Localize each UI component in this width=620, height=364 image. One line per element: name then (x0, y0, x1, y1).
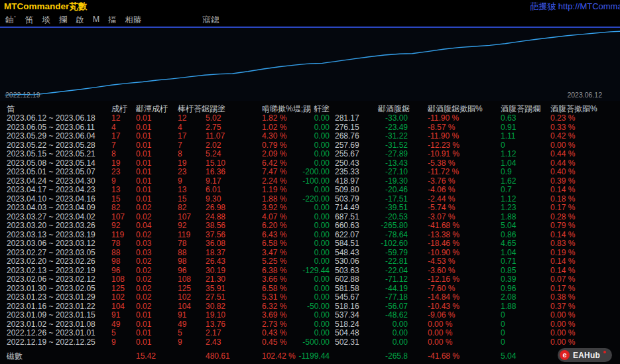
cell: -100.00 (298, 177, 330, 186)
cell: 9 (111, 338, 136, 347)
eahub-badge[interactable]: e EAHub (558, 348, 612, 362)
cell: 0.00 (298, 141, 330, 151)
cell: 276.15 (330, 123, 378, 133)
table-row: 2023.03.13 ~ 2023.03.191190.0211937.566.… (0, 231, 620, 240)
menu-item[interactable]: M (93, 15, 99, 26)
cell: -41.68 % (408, 221, 471, 231)
cell: 26.98 (206, 204, 262, 213)
cell: 2.75 (206, 123, 262, 133)
menu-item[interactable]: 鈾῾ (5, 15, 17, 26)
cell: 35.91 (206, 284, 262, 294)
cell: -12.23 % (408, 141, 471, 151)
cell: 3.66 % (262, 275, 298, 284)
column-header: 笛 (7, 103, 111, 114)
cell: 0.03 (136, 239, 178, 249)
cell: 30.19 (206, 267, 262, 276)
cell: 102 (178, 293, 206, 302)
cell: 6.42 % (262, 159, 298, 168)
cell: 30.82 (206, 302, 262, 312)
cell (111, 352, 136, 361)
cell: 91 (178, 311, 206, 320)
cell: 0.14 % (544, 257, 584, 267)
cell: 104 (111, 302, 136, 312)
equity-chart: 2022.12.19 2023.06.12 (0, 27, 620, 101)
table-row: 2023.04.03 ~ 2023.04.09820.028226.983.92… (0, 204, 620, 213)
cell: 26.43 (206, 257, 262, 267)
cell: -71.12 (378, 275, 408, 284)
cell: -23.49 (378, 123, 408, 133)
cell: 2023.05.15 ~ 2023.05.21 (7, 150, 111, 159)
cell: 0.02 (136, 231, 178, 240)
cell: 0.02 (136, 257, 178, 267)
cell: 503.63 (330, 267, 378, 276)
cell: 0.01 (136, 114, 178, 123)
cell: 0.00 (298, 275, 330, 284)
cell: 2023.04.10 ~ 2023.04.16 (7, 195, 111, 204)
menu-item[interactable]: 揊 (108, 15, 117, 26)
cell: 49 (111, 320, 136, 330)
cell: -22.81 (378, 257, 408, 267)
cell: 9 (111, 177, 136, 186)
cell: -44.19 (378, 284, 408, 294)
cell: -50.00 (298, 302, 330, 312)
menu-item[interactable]: 攔 (59, 15, 68, 26)
cell: 2023.03.20 ~ 2023.03.26 (7, 221, 111, 231)
cell: 0.00 (378, 329, 408, 338)
cell: -48.62 (378, 311, 408, 320)
cell: -27.89 (378, 150, 408, 159)
menu-item[interactable]: 啟 (76, 15, 84, 26)
cell: 0.44 % (544, 150, 584, 159)
cell: 518.24 (330, 320, 378, 330)
cell: 0.02 (136, 302, 178, 312)
table-row: 2023.01.16 ~ 2023.01.221040.0210430.826.… (0, 302, 620, 312)
cell: 0.38 % (544, 293, 584, 302)
table-row: 2023.02.13 ~ 2023.02.19960.029630.196.38… (0, 267, 620, 276)
cell: 2023.03.13 ~ 2023.03.19 (7, 231, 111, 240)
cell: 0.33 % (544, 123, 584, 133)
chart-start-date-label: 2022.12.19 (5, 91, 40, 99)
cell: 0.14 % (544, 231, 584, 240)
menu-item-right[interactable]: 寣鍃 (203, 15, 219, 26)
cell: 0.00 % (544, 329, 584, 338)
cell: 96 (111, 267, 136, 276)
cell: 1.04 (471, 249, 544, 258)
cell: 92 (178, 221, 206, 231)
cell: -31.22 (378, 132, 408, 141)
cell: 7.47 % (262, 168, 298, 177)
cell: 0.01 (136, 123, 178, 133)
cell: 2.43 (206, 338, 262, 347)
cell: 1.62 (471, 177, 544, 186)
cell: 11.07 (206, 132, 262, 141)
cell: -20.46 (378, 186, 408, 195)
cell: 2.17 (206, 329, 262, 338)
cell: -39.51 (378, 204, 408, 213)
cell: 2023.04.17 ~ 2023.04.23 (7, 186, 111, 195)
menu-item[interactable]: 相賰 (125, 15, 142, 26)
table-row: 2023.05.01 ~ 2023.05.07230.012316.367.47… (0, 168, 620, 177)
cell: -3.07 % (408, 213, 471, 222)
table-row: 2023.03.27 ~ 2023.04.021070.0210724.884.… (0, 213, 620, 222)
cell: 5 (111, 329, 136, 338)
eahub-reg-dot-icon (603, 351, 606, 353)
eahub-logo-icon: e (560, 350, 570, 360)
cell: 3.69 % (262, 311, 298, 320)
cell: -78.64 (378, 231, 408, 240)
cell: 0.79 % (544, 221, 584, 231)
cell: 687.51 (330, 213, 378, 222)
cell: 584.51 (330, 239, 378, 249)
cell: 2023.01.16 ~ 2023.01.22 (7, 302, 111, 312)
cell: 0.44 % (544, 159, 584, 168)
column-header: 郔酒腹鋸 (378, 103, 408, 114)
cell: -5.38 % (408, 159, 471, 168)
header-link[interactable]: 葩攫狓 http://MTCommar (530, 1, 620, 13)
menu-item[interactable]: 笛 (25, 15, 34, 26)
cell: -200.00 (298, 168, 330, 177)
cell: 82 (111, 204, 136, 213)
cell: -77.18 (378, 293, 408, 302)
menu-item[interactable]: 埮 (42, 15, 50, 26)
cell: 4.07 % (262, 213, 298, 222)
cell: 0.43 % (262, 329, 298, 338)
cell: -9.06 % (408, 311, 471, 320)
cell: 0.01 (136, 168, 178, 177)
cell: 9.30 (206, 195, 262, 204)
